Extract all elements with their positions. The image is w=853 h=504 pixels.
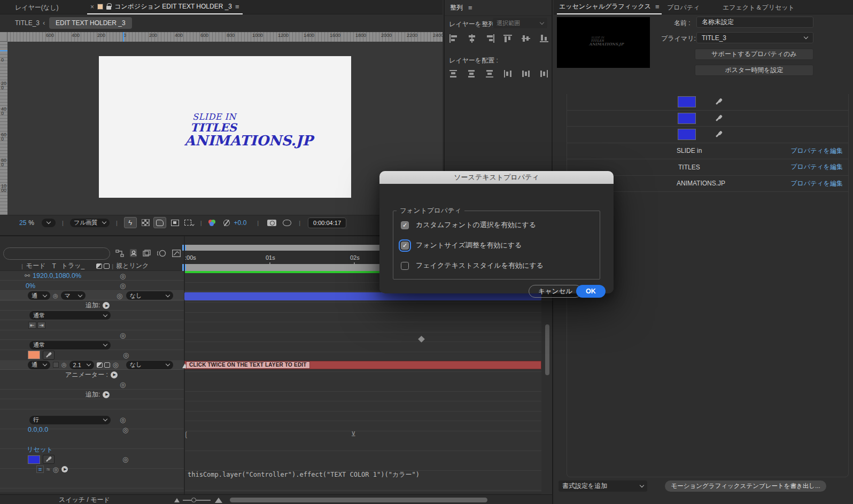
crop-region-icon[interactable] xyxy=(184,220,194,226)
pickwhip-icon[interactable]: ◎ xyxy=(53,292,58,299)
color-swatch[interactable] xyxy=(678,96,696,107)
align-left-icon[interactable] xyxy=(449,34,459,43)
eg-poster-thumbnail[interactable]: SLIDE IN TITLES ANIMATIONS.JP xyxy=(557,17,650,68)
out-point-icon[interactable]: ⇥ xyxy=(37,322,45,329)
add-property-icon[interactable]: ▶ xyxy=(103,391,110,398)
blend-mode-dropdown[interactable]: 通常 xyxy=(29,341,111,350)
color-swatch[interactable] xyxy=(678,113,696,124)
timeline-zoom-slider[interactable] xyxy=(183,500,211,501)
align-top-icon[interactable] xyxy=(503,34,513,43)
parent-dropdown[interactable]: なし xyxy=(126,291,173,300)
column-parent-link[interactable]: 親とリンク xyxy=(116,261,149,270)
eyedropper-icon[interactable] xyxy=(715,98,723,106)
snapshot-camera-icon[interactable] xyxy=(267,220,276,226)
pickwhip-icon[interactable]: ◎ xyxy=(120,273,126,280)
eg-poster-time-button[interactable]: ポスター時間を設定 xyxy=(695,65,813,76)
pickwhip-icon[interactable]: ◎ xyxy=(117,292,122,299)
pickwhip-icon[interactable]: ◎ xyxy=(120,416,126,423)
close-icon[interactable]: × xyxy=(90,3,94,11)
fast-previews-icon[interactable]: ϟ xyxy=(124,217,137,228)
motion-blur-icon[interactable] xyxy=(157,250,166,257)
tab-effects-presets[interactable]: エフェクト＆プリセット xyxy=(723,3,795,12)
pickwhip-icon[interactable]: ◎ xyxy=(61,361,67,368)
zoom-out-mountain-icon[interactable] xyxy=(174,498,180,502)
channel-settings-icon[interactable] xyxy=(208,219,217,227)
ok-button[interactable]: OK xyxy=(576,285,606,298)
timeline-vertical-scrollbar[interactable] xyxy=(545,324,549,375)
align-center-horizontal-icon[interactable] xyxy=(467,34,477,43)
mask-visibility-icon[interactable] xyxy=(153,217,166,228)
align-right-icon[interactable] xyxy=(485,34,495,43)
timeline-horizontal-scrollbar[interactable] xyxy=(230,498,487,502)
pickwhip-icon[interactable]: ◎ xyxy=(120,282,126,289)
eyedropper-icon[interactable] xyxy=(715,130,723,138)
edit-properties-link[interactable]: プロパティを編集 xyxy=(790,162,843,172)
composition-canvas[interactable]: SLIDE IN TITLES ANIMATIONS.JP xyxy=(99,56,351,198)
timecode-display[interactable]: 0:00:04:17 xyxy=(308,218,346,228)
frame-blending-icon[interactable] xyxy=(143,250,151,257)
distribute-top-icon[interactable] xyxy=(449,69,459,78)
column-trkmat[interactable]: トラッ_ xyxy=(61,261,85,270)
checkbox-custom-font-label[interactable]: カスタムフォントの選択を有効にする xyxy=(416,220,536,230)
opacity-value[interactable]: 0% xyxy=(26,282,35,290)
reset-link[interactable]: リセット xyxy=(27,445,53,454)
distribute-center-vertical-icon[interactable] xyxy=(467,69,477,78)
quality-dropdown[interactable]: フル画質 xyxy=(70,219,110,227)
composition-mini-flowchart-icon[interactable] xyxy=(115,250,124,257)
eyedropper-button[interactable] xyxy=(43,455,55,464)
expression-graph-icon[interactable]: ≈ xyxy=(46,466,50,473)
checkbox-custom-font[interactable]: ✓ xyxy=(401,221,409,229)
expression-field[interactable]: thisComp.layer("Controller").effect("TEX… xyxy=(188,469,540,479)
horizontal-ruler[interactable]: 600400 2000 200400 600800 10001200 14001… xyxy=(7,32,443,42)
track-matte-dropdown[interactable]: 2.1 xyxy=(69,361,94,369)
parent-dropdown[interactable]: なし xyxy=(126,361,173,369)
align-bottom-icon[interactable] xyxy=(540,34,549,43)
add-animator-icon[interactable]: ▶ xyxy=(111,371,118,378)
pickwhip-icon[interactable]: ◎ xyxy=(122,427,128,433)
draft-3d-icon[interactable] xyxy=(130,249,137,257)
comp-label-color-swatch[interactable] xyxy=(97,4,103,10)
scale-value[interactable]: 1920.0,1080.0% xyxy=(33,272,81,280)
viewer-viewport[interactable]: SLIDE IN TITLES ANIMATIONS.JP xyxy=(7,42,443,215)
edit-properties-link[interactable]: プロパティを編集 xyxy=(790,146,843,156)
color-swatch-orange[interactable] xyxy=(28,351,40,359)
expression-keyframe-left[interactable]: ❲ xyxy=(183,430,189,438)
solo-box[interactable] xyxy=(53,362,59,368)
grouping-dropdown[interactable]: 行 xyxy=(29,416,111,424)
exposure-reset-icon[interactable] xyxy=(223,220,230,226)
breadcrumb-current[interactable]: EDIT TEXT HOLDER _3 xyxy=(49,17,132,29)
panel-menu-icon[interactable]: ≡ xyxy=(235,3,239,11)
pickwhip-icon[interactable]: ◎ xyxy=(120,381,126,388)
add-property-icon[interactable]: ▶ xyxy=(103,302,110,309)
vertical-ruler[interactable]: 0 200 400 600 800 1000 xyxy=(0,42,7,215)
align-target-dropdown[interactable]: 選択範囲 xyxy=(493,18,547,28)
expression-keyframe-mid[interactable]: ⊻ xyxy=(351,430,356,438)
distribute-right-icon[interactable] xyxy=(540,69,549,78)
eg-supported-properties-button[interactable]: サポートするプロパティのみ xyxy=(695,49,813,60)
exposure-value[interactable]: +0.0 xyxy=(234,219,247,227)
zoom-in-mountain-icon[interactable] xyxy=(215,498,222,503)
pickwhip-icon[interactable]: ◎ xyxy=(123,352,129,359)
in-point-icon[interactable]: ⇤ xyxy=(28,322,36,329)
show-snapshot-icon[interactable] xyxy=(283,220,291,226)
align-panel-title[interactable]: 整列 xyxy=(450,3,463,12)
eyedropper-icon[interactable] xyxy=(715,114,723,122)
export-motion-template-button[interactable]: モーショングラフィックステンプレートを書き出し... xyxy=(665,480,826,492)
edit-properties-link[interactable]: プロパティを編集 xyxy=(790,179,843,188)
graph-editor-icon[interactable] xyxy=(172,250,181,257)
align-center-vertical-icon[interactable] xyxy=(522,34,531,43)
tab-layer-none[interactable]: レイヤー(なし) xyxy=(15,3,58,12)
switch-mode-toggle[interactable]: スイッチ / モード xyxy=(59,495,110,504)
expression-pickwhip-icon[interactable]: ◎ xyxy=(53,466,59,473)
blend-mode-dropdown[interactable]: 通常 xyxy=(29,311,111,320)
checkbox-font-size[interactable]: ✓ xyxy=(401,242,409,250)
pickwhip-icon[interactable]: ◎ xyxy=(113,361,119,368)
dialog-title-bar[interactable]: ソーステキストプロパティ xyxy=(379,171,614,184)
eyedropper-button[interactable] xyxy=(43,351,55,360)
distribute-center-horizontal-icon[interactable] xyxy=(522,69,531,78)
blend-mode-dropdown[interactable]: 通 xyxy=(28,361,50,369)
track-matte-dropdown[interactable]: マ xyxy=(61,291,86,300)
checkbox-faux-styles[interactable]: ✓ xyxy=(401,262,409,270)
eg-panel-menu-icon[interactable]: ≡ xyxy=(655,3,660,11)
pickwhip-icon[interactable]: ◎ xyxy=(122,456,128,463)
